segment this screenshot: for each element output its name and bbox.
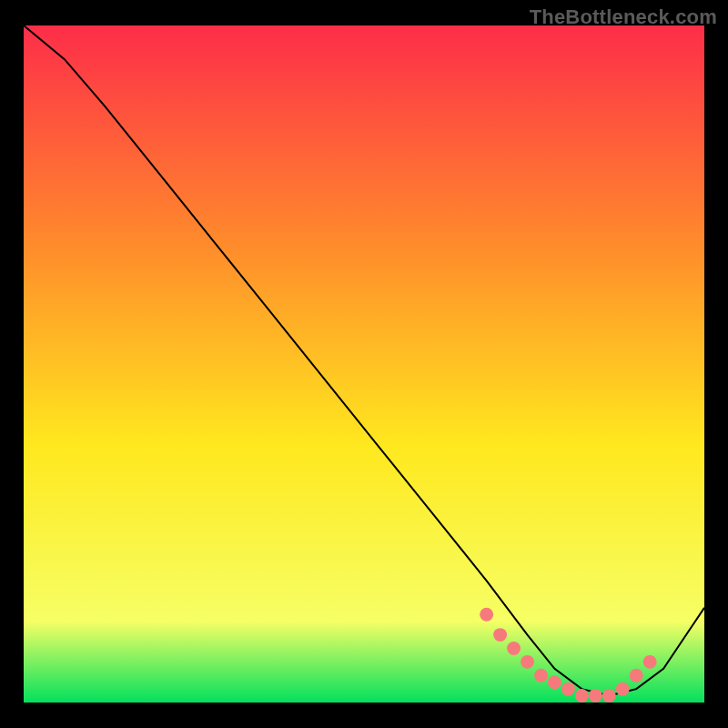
marker-dot — [493, 628, 507, 642]
chart-frame: TheBottleneck.com — [0, 0, 728, 728]
bottleneck-curve — [24, 25, 704, 696]
marker-dot — [630, 669, 643, 682]
marker-dot — [507, 642, 521, 655]
marker-dot — [534, 669, 548, 682]
marker-dot — [643, 655, 657, 669]
marker-dot — [616, 682, 630, 696]
marker-dot — [589, 689, 602, 703]
watermark-text: TheBottleneck.com — [530, 5, 717, 29]
marker-dot — [548, 675, 561, 689]
curve-layer — [24, 25, 704, 703]
marker-dot — [575, 689, 589, 703]
optimal-range-markers — [480, 608, 656, 703]
marker-dot — [480, 608, 493, 622]
bottleneck-chart — [24, 25, 704, 703]
marker-dot — [521, 655, 534, 669]
marker-dot — [561, 682, 575, 696]
marker-dot — [602, 689, 616, 703]
